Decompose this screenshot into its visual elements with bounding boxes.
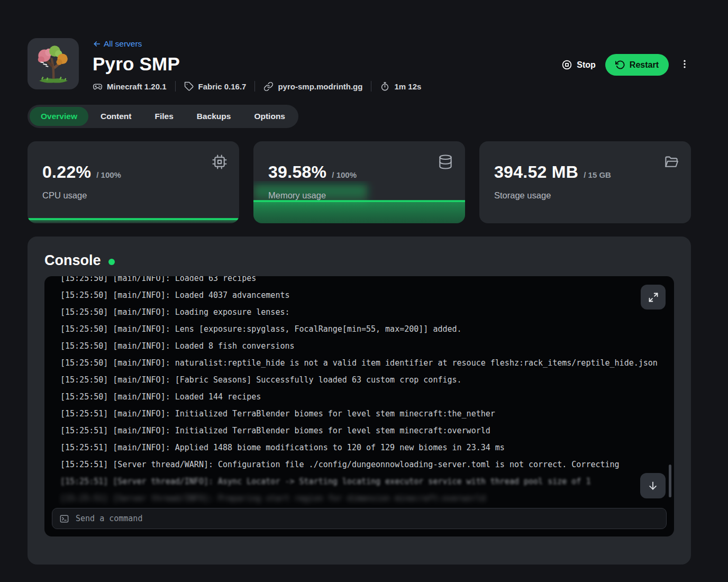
- console-line: [15:25:50] [main/INFO]: naturalist:repti…: [60, 354, 667, 371]
- divider: [254, 81, 255, 92]
- console-line: [15:25:50] [main/INFO]: Loaded 63 recipe…: [60, 276, 667, 287]
- memory-usage-max: / 100%: [332, 170, 357, 179]
- meta-game-version: Minecraft 1.20.1: [93, 81, 167, 92]
- cpu-usage-label: CPU usage: [42, 190, 226, 201]
- console-line: [15:25:50] [main/INFO]: Loaded 8 fish co…: [60, 338, 667, 354]
- stat-cards: 0.22% / 100% CPU usage 39.58% / 100%: [28, 141, 691, 223]
- storage-usage-max: / 15 GB: [584, 170, 611, 179]
- page-title: Pyro SMP: [93, 53, 561, 75]
- tab-content[interactable]: Content: [89, 107, 143, 126]
- console-line: [15:25:50] [main/INFO]: [Fabric Seasons]…: [60, 371, 667, 388]
- cpu-usage-chart: [28, 216, 239, 223]
- arrow-left-icon: [93, 40, 101, 48]
- restart-button[interactable]: Restart: [605, 54, 669, 76]
- console-log[interactable]: [15:25:50] [main/INFO]: Loaded 63 recipe…: [44, 276, 674, 508]
- command-bar: [52, 508, 667, 529]
- server-page: All servers Pyro SMP Minecraft 1.20.1 Fa…: [28, 0, 691, 565]
- memory-usage-label: Memory usage: [268, 190, 452, 201]
- console-expand-button[interactable]: [641, 285, 666, 310]
- back-link-label: All servers: [104, 39, 142, 49]
- meta-uptime-label: 1m 12s: [394, 82, 421, 91]
- kebab-menu-icon: [679, 59, 690, 69]
- divider: [371, 81, 371, 92]
- restart-button-label: Restart: [630, 60, 659, 70]
- console-terminal: [15:25:50] [main/INFO]: Loaded 63 recipe…: [44, 276, 674, 536]
- link-icon: [263, 81, 274, 92]
- meta-address-label: pyro-smp.modrinth.gg: [278, 82, 362, 91]
- back-to-all-servers-link[interactable]: All servers: [93, 39, 142, 49]
- tag-icon: [184, 81, 194, 92]
- folder-open-icon: [663, 154, 679, 170]
- server-avatar: [28, 38, 79, 89]
- console-line: [15:25:50] [main/INFO]: Loaded 144 recip…: [60, 388, 667, 405]
- database-icon: [438, 154, 453, 170]
- divider: [175, 81, 176, 92]
- storage-usage-card: 394.52 MB / 15 GB Storage usage: [479, 141, 691, 223]
- server-header-text: All servers Pyro SMP Minecraft 1.20.1 Fa…: [93, 38, 561, 92]
- cpu-usage-value: 0.22%: [42, 162, 91, 182]
- console-line: [15:25:51] [Server thread/WARN]: Configu…: [60, 456, 667, 473]
- memory-usage-value: 39.58%: [268, 162, 326, 182]
- stopwatch-icon: [380, 81, 390, 92]
- cpu-icon: [212, 154, 228, 170]
- gamepad-icon: [93, 81, 103, 92]
- meta-server-address[interactable]: pyro-smp.modrinth.gg: [263, 81, 362, 92]
- meta-game-label: Minecraft 1.20.1: [107, 82, 167, 91]
- arrow-down-icon: [648, 480, 658, 491]
- meta-loader-version: Fabric 0.16.7: [184, 81, 247, 92]
- command-input[interactable]: [76, 514, 659, 523]
- meta-uptime: 1m 12s: [380, 81, 421, 92]
- memory-usage-chart: [253, 181, 465, 223]
- server-actions: Stop Restart: [561, 54, 691, 76]
- memory-usage-card: 39.58% / 100% Memory usage: [253, 141, 465, 223]
- storage-usage-label: Storage usage: [494, 190, 678, 201]
- console-scrollbar[interactable]: [669, 465, 671, 497]
- console-line: [15:25:50] [main/INFO]: Loading exposure…: [60, 304, 667, 321]
- online-status-dot: [108, 259, 115, 265]
- stop-circle-icon: [561, 59, 572, 70]
- seasons-tree-icon: [33, 43, 74, 85]
- console-line: [15:25:51] [main/INFO]: Initialized Terr…: [60, 405, 667, 422]
- tab-options[interactable]: Options: [243, 107, 296, 126]
- cpu-usage-max: / 100%: [96, 170, 121, 179]
- terminal-icon: [59, 514, 69, 524]
- restart-icon: [615, 60, 625, 70]
- console-header: Console: [44, 252, 674, 269]
- console-line: [15:25:51] [Server thread/INFO]: Async L…: [60, 473, 667, 490]
- server-header: All servers Pyro SMP Minecraft 1.20.1 Fa…: [28, 38, 691, 92]
- console-card: Console [15:25:50] [main/INFO]: Loaded 6…: [28, 237, 691, 565]
- tab-overview[interactable]: Overview: [30, 107, 88, 126]
- cpu-usage-card: 0.22% / 100% CPU usage: [28, 141, 239, 223]
- meta-loader-label: Fabric 0.16.7: [198, 82, 247, 91]
- console-line: [15:25:50] [main/INFO]: Lens [exposure:s…: [60, 321, 667, 338]
- tab-backups[interactable]: Backups: [186, 107, 242, 126]
- scroll-to-bottom-button[interactable]: [640, 473, 666, 498]
- server-meta-row: Minecraft 1.20.1 Fabric 0.16.7 pyro-smp.…: [93, 81, 561, 92]
- console-line: [15:25:51] [main/INFO]: Initialized Terr…: [60, 422, 667, 439]
- stop-button[interactable]: Stop: [561, 59, 596, 70]
- more-options-button[interactable]: [678, 57, 691, 73]
- storage-usage-value: 394.52 MB: [494, 162, 578, 182]
- console-title: Console: [44, 252, 101, 269]
- console-line: [15:25:51] [Server thread/INFO]: Prepari…: [60, 490, 667, 507]
- tab-files[interactable]: Files: [143, 107, 184, 126]
- console-line: [15:25:51] [main/INFO]: Applied 1488 bio…: [60, 439, 667, 456]
- tabs: OverviewContentFilesBackupsOptions: [28, 105, 298, 128]
- console-line: [15:25:50] [main/INFO]: Loaded 4037 adva…: [60, 287, 667, 304]
- stop-button-label: Stop: [577, 60, 596, 70]
- expand-icon: [648, 292, 659, 303]
